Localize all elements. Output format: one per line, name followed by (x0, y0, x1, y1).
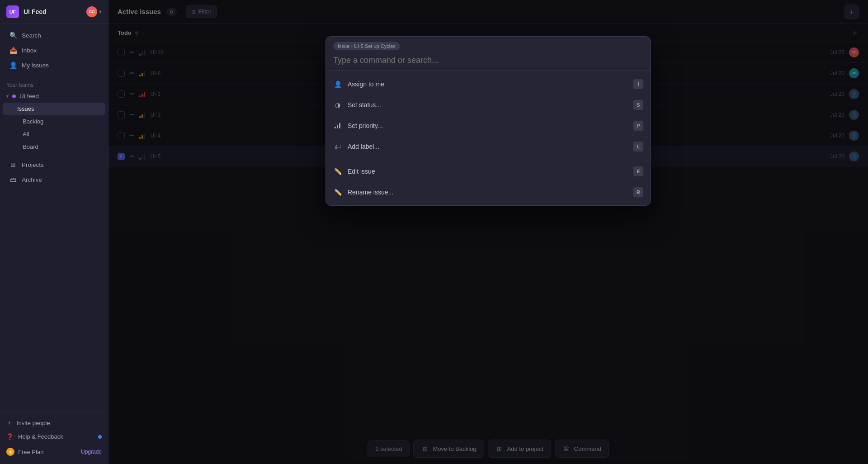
inbox-label: Inbox (22, 47, 37, 54)
my-issues-icon: 👤 (9, 61, 17, 69)
sidebar-nav: 🔍 Search 📥 Inbox 👤 My issues (0, 24, 108, 76)
command-items: 👤 Assign to me I ◑ Set status... S (326, 71, 651, 205)
search-icon: 🔍 (9, 31, 17, 39)
upgrade-section: ★ Free Plan Upgrade (0, 443, 108, 460)
breadcrumb-tag: Issue - UI-5 Set up Cycles (333, 42, 400, 50)
status-shortcut: S (633, 100, 643, 110)
team-dot (12, 95, 16, 98)
status-label: Set status... (348, 101, 628, 109)
command-item-status[interactable]: ◑ Set status... S (326, 95, 651, 115)
status-icon: ◑ (333, 100, 342, 109)
header-avatar-group: CC ▾ (86, 6, 102, 17)
label-cmd-label: Add label... (348, 143, 628, 150)
command-input[interactable] (333, 56, 643, 65)
sidebar-item-backlog[interactable]: Backlog (3, 115, 105, 128)
rename-label: Rename issue... (348, 189, 628, 196)
teams-section: Your teams ▾ Ui feed Issues Backlog All … (0, 76, 108, 155)
workspace-name: UI Feed (24, 8, 82, 15)
archive-icon: 🗃 (9, 175, 17, 184)
sidebar-item-inbox[interactable]: 📥 Inbox (3, 43, 105, 57)
sidebar-item-all[interactable]: All (3, 128, 105, 140)
team-name-label: Ui feed (19, 93, 39, 99)
label-icon: 🏷 (333, 142, 342, 151)
sidebar-item-board[interactable]: Board (3, 141, 105, 153)
your-teams-label: Your teams (0, 78, 108, 90)
svg-rect-1 (337, 125, 338, 128)
projects-section: ⊞ Projects 🗃 Archive (0, 155, 108, 189)
command-section-divider (326, 159, 651, 159)
command-search (326, 50, 651, 71)
inbox-icon: 📥 (9, 46, 17, 54)
main-area: Active issues 6 ⧖ Filter ＋ Todo 6 ＋ ••• … (108, 0, 868, 464)
issues-label: Issues (17, 105, 34, 112)
all-label: All (23, 131, 29, 137)
rename-shortcut: R (633, 187, 643, 197)
svg-rect-0 (335, 127, 336, 128)
projects-icon: ⊞ (9, 161, 17, 169)
workspace-avatar: UF (6, 5, 19, 18)
chevron-down-icon[interactable]: ▾ (99, 9, 102, 15)
sidebar-item-search[interactable]: 🔍 Search (3, 28, 105, 43)
search-label: Search (22, 32, 41, 39)
team-ui-feed[interactable]: ▾ Ui feed (0, 90, 108, 102)
sidebar-item-archive[interactable]: 🗃 Archive (3, 172, 105, 187)
notification-dot (98, 435, 102, 439)
priority-shortcut: P (633, 121, 643, 131)
invite-people-item[interactable]: ＋ Invite people (0, 416, 108, 430)
rename-icon: ✏️ (333, 188, 342, 197)
sidebar-item-my-issues[interactable]: 👤 My issues (3, 58, 105, 72)
priority-cmd-label: Set priority... (348, 122, 628, 129)
edit-shortcut: E (633, 166, 643, 176)
command-item-rename[interactable]: ✏️ Rename issue... R (326, 182, 651, 203)
assign-label: Assign to me (348, 80, 628, 88)
archive-label: Archive (22, 176, 42, 183)
help-icon: ❓ (6, 433, 14, 440)
help-item[interactable]: ❓ Help & Feedback (0, 430, 108, 443)
assign-shortcut: I (633, 79, 643, 89)
invite-icon: ＋ (6, 419, 12, 427)
command-palette: Issue - UI-5 Set up Cycles 👤 Assign to m… (326, 36, 651, 206)
assign-icon: 👤 (333, 80, 342, 89)
sidebar-header[interactable]: UF UI Feed CC ▾ (0, 0, 108, 24)
sidebar-item-projects[interactable]: ⊞ Projects (3, 157, 105, 172)
command-item-assign[interactable]: 👤 Assign to me I (326, 74, 651, 95)
projects-label: Projects (22, 161, 44, 168)
sidebar: UF UI Feed CC ▾ 🔍 Search 📥 Inbox 👤 My is… (0, 0, 108, 464)
upgrade-icon: ★ (6, 448, 14, 456)
edit-label: Edit issue (348, 168, 628, 175)
board-label: Board (23, 143, 38, 150)
command-item-label[interactable]: 🏷 Add label... L (326, 136, 651, 157)
user-avatar[interactable]: CC (86, 6, 97, 17)
sidebar-item-issues[interactable]: Issues (3, 103, 105, 115)
upgrade-button[interactable]: Upgrade (81, 449, 102, 455)
team-chevron-icon: ▾ (6, 94, 9, 99)
label-shortcut: L (633, 142, 643, 152)
priority-icon (333, 121, 342, 130)
command-item-edit[interactable]: ✏️ Edit issue E (326, 161, 651, 182)
edit-icon: ✏️ (333, 167, 342, 176)
invite-label: Invite people (17, 420, 50, 426)
free-plan-label: Free Plan (18, 449, 77, 455)
svg-rect-2 (339, 123, 340, 128)
my-issues-label: My issues (22, 62, 49, 69)
command-breadcrumb: Issue - UI-5 Set up Cycles (326, 37, 651, 50)
sidebar-footer: ＋ Invite people ❓ Help & Feedback ★ Free… (0, 412, 108, 464)
command-item-priority[interactable]: Set priority... P (326, 115, 651, 136)
backlog-label: Backlog (23, 118, 43, 125)
help-label: Help & Feedback (18, 433, 63, 440)
